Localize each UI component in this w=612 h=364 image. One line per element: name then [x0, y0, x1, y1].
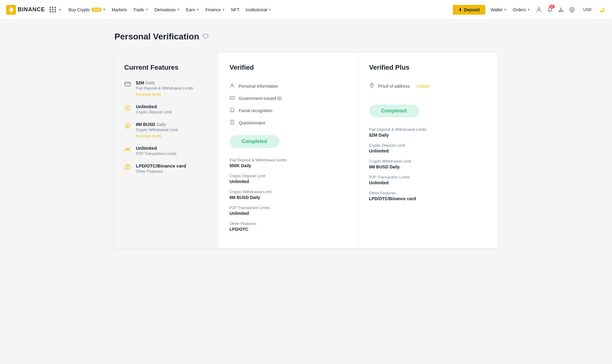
svg-point-17 [231, 109, 232, 110]
crypto-deposit-item: Unlimited Crypto Deposit Limit [124, 104, 208, 114]
credit-card-icon [124, 81, 132, 88]
limit-row: Crypto Withdrawal Limit 8M BUSD Daily [369, 159, 487, 169]
svg-rect-13 [230, 97, 235, 99]
nav-earn[interactable]: Earn ▼ [183, 0, 202, 20]
questionnaire-item: Questionnaire [230, 117, 347, 129]
clipboard-icon [230, 119, 235, 126]
limit-row: Other Features LPD/OTC/Binance card [369, 191, 487, 201]
update-link[interactable]: Update [416, 84, 430, 89]
svg-point-11 [127, 167, 128, 168]
apps-chevron: ▼ [58, 8, 62, 12]
other-features-icon [124, 164, 132, 171]
p2p-item: Unlimited P2P Transaction Limits [124, 145, 208, 156]
logo-text: BINANCE [18, 6, 45, 13]
limit-row: Fiat Deposit & Withdrawal Limits $2M Dai… [369, 127, 487, 138]
page-title: Personal Verification [114, 32, 199, 42]
id-card-icon [230, 95, 235, 102]
p2p-title: Unlimited [136, 145, 177, 151]
chevron-down-icon: ▼ [103, 8, 106, 11]
limit-row: Other Features LPD/OTC [230, 221, 347, 232]
limit-row: P2P Transaction Limits Unlimited [230, 205, 347, 216]
verified-limits: Fiat Deposit & Withdrawal Limits $50K Da… [230, 158, 347, 232]
svg-rect-4 [125, 82, 130, 86]
fiat-limit-subtitle: Fiat Deposit & Withdrawal Limits [136, 86, 193, 90]
limit-row: Crypto Deposit Limit Unlimited [230, 174, 347, 184]
svg-point-12 [231, 84, 233, 86]
svg-rect-2 [558, 11, 563, 12]
person-icon [230, 83, 235, 90]
p2p-icon [124, 146, 132, 153]
verification-cards: Current Features $2M Daily Fiat Deposit … [114, 53, 498, 248]
crypto-deposit-subtitle: Crypto Deposit Limit [136, 110, 172, 114]
theme-toggle[interactable]: 🌙 [597, 7, 606, 13]
verified-plus-completed-btn: Completed [369, 98, 487, 126]
crypto-withdrawal-subtitle: Crypto Withdrawal Limit [136, 127, 178, 132]
svg-point-8 [126, 148, 128, 150]
limit-row: P2P Transaction Limits Unlimited [369, 175, 487, 185]
chevron-down-icon: ▼ [222, 8, 225, 11]
increase-limits-link[interactable]: Increase limits → [136, 92, 193, 97]
main-content: Personal Verification 🛡 Current Features… [107, 20, 505, 267]
profile-button[interactable] [533, 4, 544, 15]
current-features-card: Current Features $2M Daily Fiat Deposit … [114, 53, 218, 248]
other-features-title: LPD/OTC/Binance card [136, 163, 186, 168]
fiat-limit-item: $2M Daily Fiat Deposit & Withdrawal Limi… [124, 80, 208, 97]
nav-wallet[interactable]: Wallet ▼ [488, 0, 510, 20]
verified-completed-btn: Completed [230, 129, 347, 156]
personal-info-item: Personal information [230, 80, 347, 92]
apps-grid-button[interactable] [49, 6, 57, 14]
chevron-down-icon: ▼ [196, 8, 200, 11]
svg-point-9 [128, 148, 130, 150]
govt-id-item: Government-issued ID [230, 92, 347, 105]
svg-point-23 [371, 84, 372, 86]
svg-point-18 [233, 109, 233, 110]
verified-plus-heading: Verified Plus [369, 64, 487, 72]
limit-row: Fiat Deposit & Withdrawal Limits $50K Da… [230, 158, 347, 168]
page-title-row: Personal Verification 🛡 [114, 32, 498, 42]
limit-row: Crypto Withdrawal Limit 8M BUSD Daily [230, 189, 347, 200]
currency-selector[interactable]: USD [581, 7, 593, 12]
nav-markets[interactable]: Markets [109, 0, 130, 20]
fiat-limit-title: $2M Daily [136, 80, 193, 85]
deposit-icon: ⬇ [458, 7, 462, 12]
proof-of-address-item: Proof of address Update [369, 80, 487, 92]
nav-nft[interactable]: NFT [228, 0, 242, 20]
logo[interactable]: BINANCE [6, 5, 45, 15]
nav-buy-crypto[interactable]: Buy Crypto EUR ▼ [65, 0, 109, 20]
increase-limits-link-2[interactable]: Increase limits [136, 134, 178, 138]
nav-orders[interactable]: Orders ▼ [510, 0, 533, 20]
chevron-down-icon: ▼ [527, 8, 530, 11]
verified-heading: Verified [230, 64, 347, 72]
nav-institutional[interactable]: Institutional ▼ [243, 0, 275, 20]
facial-rec-item: Facial recognition [230, 105, 347, 117]
crypto-deposit-icon [124, 105, 132, 112]
chevron-down-icon: ▼ [177, 8, 180, 11]
nav-finance[interactable]: Finance ▼ [203, 0, 228, 20]
chevron-down-icon: ▼ [504, 8, 507, 11]
crypto-withdrawal-title: 8M BUSD Daily [136, 122, 178, 127]
language-button[interactable] [566, 4, 577, 15]
svg-point-1 [538, 8, 540, 10]
crypto-deposit-title: Unlimited [136, 104, 172, 109]
p2p-subtitle: P2P Transaction Limits [136, 151, 177, 156]
shield-icon: 🛡 [202, 33, 209, 41]
chevron-down-icon: ▼ [145, 8, 148, 11]
other-features-subtitle: Other Features [136, 169, 186, 174]
nav-trade[interactable]: Trade ▼ [130, 0, 151, 20]
notification-count: 21 [549, 5, 555, 9]
current-features-heading: Current Features [124, 64, 208, 72]
verified-plus-limits: Fiat Deposit & Withdrawal Limits $2M Dai… [369, 127, 487, 201]
crypto-withdrawal-item: 8M BUSD Daily Crypto Withdrawal Limit In… [124, 122, 208, 138]
face-icon [230, 107, 235, 114]
verified-plus-card: Verified Plus Proof of address Update Co… [358, 53, 498, 248]
download-button[interactable] [555, 4, 566, 15]
chevron-down-icon: ▼ [268, 8, 271, 11]
verified-card: Verified Personal information Government… [218, 53, 358, 248]
svg-rect-10 [125, 166, 130, 169]
location-icon [369, 83, 375, 90]
nav-derivatives[interactable]: Derivatives ▼ [151, 0, 183, 20]
limit-row: Crypto Deposit Limit Unlimited [369, 143, 487, 153]
deposit-button[interactable]: ⬇ Deposit [453, 5, 485, 15]
notifications-button[interactable]: 21 [544, 4, 555, 15]
other-features-item: LPD/OTC/Binance card Other Features [124, 163, 208, 174]
